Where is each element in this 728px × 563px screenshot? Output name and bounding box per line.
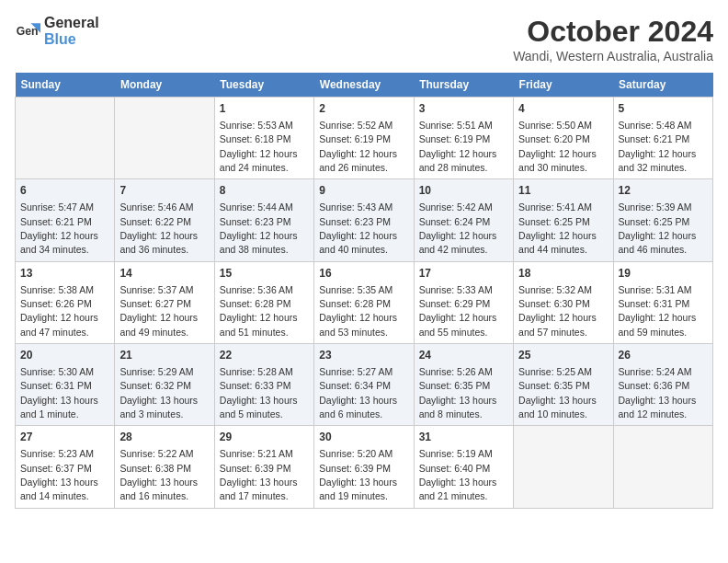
- calendar-cell: 4Sunrise: 5:50 AM Sunset: 6:20 PM Daylig…: [514, 98, 613, 179]
- page-title: October 2024: [513, 15, 713, 49]
- calendar-cell: 22Sunrise: 5:28 AM Sunset: 6:33 PM Dayli…: [214, 344, 313, 426]
- day-number: 28: [119, 430, 209, 445]
- calendar-cell: 8Sunrise: 5:44 AM Sunset: 6:23 PM Daylig…: [214, 179, 313, 261]
- calendar-cell: 30Sunrise: 5:20 AM Sunset: 6:39 PM Dayli…: [314, 426, 414, 508]
- day-info: Sunrise: 5:46 AM Sunset: 6:22 PM Dayligh…: [119, 201, 198, 255]
- day-number: 9: [319, 183, 408, 199]
- day-number: 22: [220, 348, 309, 363]
- header-cell-friday: Friday: [514, 73, 613, 98]
- day-number: 13: [20, 266, 109, 282]
- header-cell-thursday: Thursday: [414, 73, 513, 98]
- day-info: Sunrise: 5:19 AM Sunset: 6:40 PM Dayligh…: [419, 448, 497, 501]
- logo: Gen General Blue: [15, 15, 99, 47]
- day-info: Sunrise: 5:24 AM Sunset: 6:36 PM Dayligh…: [619, 366, 697, 419]
- day-info: Sunrise: 5:23 AM Sunset: 6:37 PM Dayligh…: [20, 448, 98, 501]
- calendar-cell: 13Sunrise: 5:38 AM Sunset: 6:26 PM Dayli…: [16, 261, 115, 343]
- calendar-cell: 19Sunrise: 5:31 AM Sunset: 6:31 PM Dayli…: [613, 261, 712, 343]
- week-row-2: 6Sunrise: 5:47 AM Sunset: 6:21 PM Daylig…: [16, 179, 713, 261]
- day-info: Sunrise: 5:36 AM Sunset: 6:28 PM Dayligh…: [220, 284, 298, 338]
- calendar-cell: 28Sunrise: 5:22 AM Sunset: 6:38 PM Dayli…: [115, 426, 214, 508]
- calendar-cell: 31Sunrise: 5:19 AM Sunset: 6:40 PM Dayli…: [414, 426, 513, 508]
- logo-general-text: General: [44, 15, 99, 31]
- calendar-body: 1Sunrise: 5:53 AM Sunset: 6:18 PM Daylig…: [16, 98, 713, 509]
- calendar-cell: 20Sunrise: 5:30 AM Sunset: 6:31 PM Dayli…: [16, 344, 115, 426]
- page-header: Gen General Blue October 2024 Wandi, Wes…: [15, 15, 713, 63]
- logo-blue-text: Blue: [44, 31, 99, 48]
- day-number: 18: [518, 266, 608, 282]
- day-info: Sunrise: 5:26 AM Sunset: 6:35 PM Dayligh…: [419, 366, 497, 419]
- day-info: Sunrise: 5:41 AM Sunset: 6:25 PM Dayligh…: [518, 201, 597, 255]
- week-row-3: 13Sunrise: 5:38 AM Sunset: 6:26 PM Dayli…: [16, 261, 713, 343]
- calendar-cell: 27Sunrise: 5:23 AM Sunset: 6:37 PM Dayli…: [16, 426, 115, 508]
- calendar-table: SundayMondayTuesdayWednesdayThursdayFrid…: [15, 73, 713, 509]
- day-number: 1: [220, 101, 309, 117]
- day-info: Sunrise: 5:28 AM Sunset: 6:33 PM Dayligh…: [220, 366, 298, 419]
- calendar-cell: 6Sunrise: 5:47 AM Sunset: 6:21 PM Daylig…: [16, 179, 115, 261]
- week-row-5: 27Sunrise: 5:23 AM Sunset: 6:37 PM Dayli…: [16, 426, 713, 508]
- day-number: 19: [619, 266, 708, 282]
- day-number: 4: [518, 101, 608, 117]
- day-number: 31: [419, 430, 508, 445]
- calendar-cell: 16Sunrise: 5:35 AM Sunset: 6:28 PM Dayli…: [314, 261, 414, 343]
- calendar-cell: 17Sunrise: 5:33 AM Sunset: 6:29 PM Dayli…: [414, 261, 513, 343]
- day-number: 10: [419, 183, 508, 199]
- week-row-1: 1Sunrise: 5:53 AM Sunset: 6:18 PM Daylig…: [16, 98, 713, 179]
- day-info: Sunrise: 5:33 AM Sunset: 6:29 PM Dayligh…: [419, 284, 497, 338]
- calendar-cell: 21Sunrise: 5:29 AM Sunset: 6:32 PM Dayli…: [115, 344, 214, 426]
- header-cell-tuesday: Tuesday: [214, 73, 313, 98]
- day-info: Sunrise: 5:47 AM Sunset: 6:21 PM Dayligh…: [20, 201, 98, 255]
- day-info: Sunrise: 5:29 AM Sunset: 6:32 PM Dayligh…: [119, 366, 198, 419]
- calendar-cell: 18Sunrise: 5:32 AM Sunset: 6:30 PM Dayli…: [514, 261, 613, 343]
- day-number: 8: [220, 183, 309, 199]
- calendar-cell: 10Sunrise: 5:42 AM Sunset: 6:24 PM Dayli…: [414, 179, 513, 261]
- logo-icon: Gen: [15, 18, 40, 44]
- day-info: Sunrise: 5:20 AM Sunset: 6:39 PM Dayligh…: [319, 448, 397, 501]
- day-number: 14: [119, 266, 209, 282]
- day-info: Sunrise: 5:43 AM Sunset: 6:23 PM Dayligh…: [319, 201, 397, 255]
- day-info: Sunrise: 5:35 AM Sunset: 6:28 PM Dayligh…: [319, 284, 397, 338]
- day-info: Sunrise: 5:50 AM Sunset: 6:20 PM Dayligh…: [518, 120, 597, 173]
- day-info: Sunrise: 5:37 AM Sunset: 6:27 PM Dayligh…: [119, 284, 198, 338]
- header-row: SundayMondayTuesdayWednesdayThursdayFrid…: [16, 73, 713, 98]
- calendar-cell: 29Sunrise: 5:21 AM Sunset: 6:39 PM Dayli…: [214, 426, 313, 508]
- calendar-cell: 23Sunrise: 5:27 AM Sunset: 6:34 PM Dayli…: [314, 344, 414, 426]
- calendar-cell: 2Sunrise: 5:52 AM Sunset: 6:19 PM Daylig…: [314, 98, 414, 179]
- day-number: 26: [619, 348, 708, 363]
- calendar-cell: [613, 426, 712, 508]
- day-info: Sunrise: 5:25 AM Sunset: 6:35 PM Dayligh…: [518, 366, 597, 419]
- day-info: Sunrise: 5:22 AM Sunset: 6:38 PM Dayligh…: [119, 448, 198, 501]
- day-info: Sunrise: 5:52 AM Sunset: 6:19 PM Dayligh…: [319, 120, 397, 173]
- calendar-cell: 25Sunrise: 5:25 AM Sunset: 6:35 PM Dayli…: [514, 344, 613, 426]
- calendar-cell: [514, 426, 613, 508]
- day-info: Sunrise: 5:21 AM Sunset: 6:39 PM Dayligh…: [220, 448, 298, 501]
- day-info: Sunrise: 5:38 AM Sunset: 6:26 PM Dayligh…: [20, 284, 98, 338]
- calendar-cell: 26Sunrise: 5:24 AM Sunset: 6:36 PM Dayli…: [613, 344, 712, 426]
- calendar-cell: 14Sunrise: 5:37 AM Sunset: 6:27 PM Dayli…: [115, 261, 214, 343]
- calendar-header: SundayMondayTuesdayWednesdayThursdayFrid…: [16, 73, 713, 98]
- calendar-cell: [16, 98, 115, 179]
- day-info: Sunrise: 5:31 AM Sunset: 6:31 PM Dayligh…: [619, 284, 697, 338]
- day-number: 16: [319, 266, 408, 282]
- day-number: 6: [20, 183, 109, 199]
- header-cell-monday: Monday: [115, 73, 214, 98]
- day-info: Sunrise: 5:44 AM Sunset: 6:23 PM Dayligh…: [220, 201, 298, 255]
- header-cell-sunday: Sunday: [16, 73, 115, 98]
- day-number: 25: [518, 348, 608, 363]
- day-info: Sunrise: 5:42 AM Sunset: 6:24 PM Dayligh…: [419, 201, 497, 255]
- day-number: 20: [20, 348, 109, 363]
- day-number: 27: [20, 430, 109, 445]
- day-number: 24: [419, 348, 508, 363]
- day-info: Sunrise: 5:53 AM Sunset: 6:18 PM Dayligh…: [220, 120, 298, 173]
- day-number: 2: [319, 101, 408, 117]
- day-number: 12: [619, 183, 708, 199]
- calendar-cell: 12Sunrise: 5:39 AM Sunset: 6:25 PM Dayli…: [613, 179, 712, 261]
- calendar-cell: 11Sunrise: 5:41 AM Sunset: 6:25 PM Dayli…: [514, 179, 613, 261]
- calendar-cell: 3Sunrise: 5:51 AM Sunset: 6:19 PM Daylig…: [414, 98, 513, 179]
- day-number: 3: [419, 101, 508, 117]
- day-info: Sunrise: 5:27 AM Sunset: 6:34 PM Dayligh…: [319, 366, 397, 419]
- day-number: 29: [220, 430, 309, 445]
- day-number: 23: [319, 348, 408, 363]
- calendar-cell: [115, 98, 214, 179]
- day-number: 5: [619, 101, 708, 117]
- calendar-cell: 9Sunrise: 5:43 AM Sunset: 6:23 PM Daylig…: [314, 179, 414, 261]
